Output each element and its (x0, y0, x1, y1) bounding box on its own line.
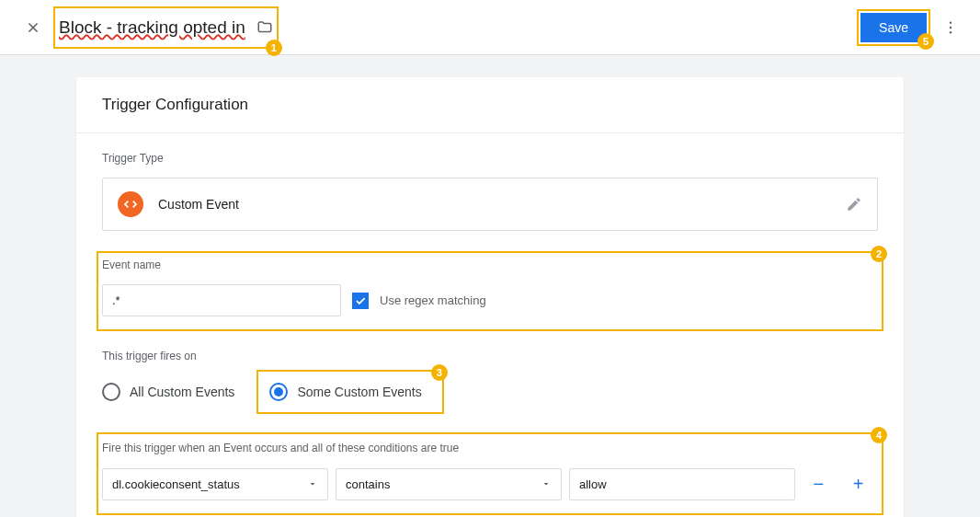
trigger-type-name: Custom Event (158, 197, 239, 212)
save-container: Save 5 (860, 13, 927, 42)
fires-on-label: This trigger fires on (102, 350, 878, 362)
close-icon[interactable] (11, 6, 55, 50)
chevron-down-icon (541, 478, 552, 489)
radio-some-events[interactable]: Some Custom Events (269, 377, 430, 407)
event-name-section: 2 Event name Use regex matching (76, 238, 904, 326)
trigger-type-label: Trigger Type (102, 152, 878, 165)
annotation-badge-3: 3 (431, 364, 448, 381)
regex-checkbox[interactable] (352, 293, 369, 309)
card-heading: Trigger Configuration (76, 77, 904, 133)
edit-icon[interactable] (846, 196, 862, 213)
svg-point-2 (950, 31, 952, 33)
save-button[interactable]: Save (860, 13, 927, 42)
radio-all-events[interactable]: All Custom Events (102, 377, 244, 407)
event-name-input[interactable] (102, 284, 341, 316)
condition-operator-select[interactable]: contains (336, 468, 562, 500)
condition-row: dl.cookieconsent_status contains − + (102, 467, 874, 500)
annotation-badge-2: 2 (871, 246, 887, 262)
condition-label: Fire this trigger when an Event occurs a… (102, 442, 874, 454)
event-name-label: Event name (102, 258, 874, 271)
trigger-title-container[interactable]: Block - tracking opted in 1 (59, 8, 273, 47)
page-body: Trigger Configuration Trigger Type Custo… (0, 55, 980, 517)
dialog-header: Block - tracking opted in 1 Save 5 (0, 0, 980, 55)
remove-condition-button[interactable]: − (803, 467, 835, 500)
add-condition-button[interactable]: + (842, 467, 874, 500)
radio-all-label: All Custom Events (130, 385, 234, 399)
svg-point-0 (950, 21, 952, 23)
radio-icon-selected (269, 383, 288, 401)
fires-on-section: This trigger fires on All Custom Events … (76, 326, 904, 408)
custom-event-icon (118, 191, 143, 217)
radio-icon (102, 383, 120, 401)
svg-point-1 (950, 26, 952, 28)
annotation-badge-5: 5 (917, 33, 934, 50)
regex-label: Use regex matching (380, 293, 486, 307)
condition-operator-value: contains (346, 477, 390, 491)
condition-variable-value: dl.cookieconsent_status (112, 477, 240, 491)
conditions-section: 4 Fire this trigger when an Event occurs… (76, 421, 904, 510)
condition-value-input[interactable] (569, 468, 795, 500)
chevron-down-icon (307, 478, 318, 489)
more-menu-icon[interactable] (932, 9, 969, 46)
condition-variable-select[interactable]: dl.cookieconsent_status (102, 468, 328, 500)
annotation-badge-4: 4 (871, 427, 887, 443)
annotation-box-1 (53, 6, 279, 49)
radio-some-label: Some Custom Events (297, 385, 421, 399)
trigger-type-section: Trigger Type Custom Event (76, 133, 904, 231)
trigger-config-card: Trigger Configuration Trigger Type Custo… (76, 77, 904, 517)
trigger-type-selector[interactable]: Custom Event (102, 178, 878, 231)
annotation-badge-1: 1 (266, 40, 282, 56)
